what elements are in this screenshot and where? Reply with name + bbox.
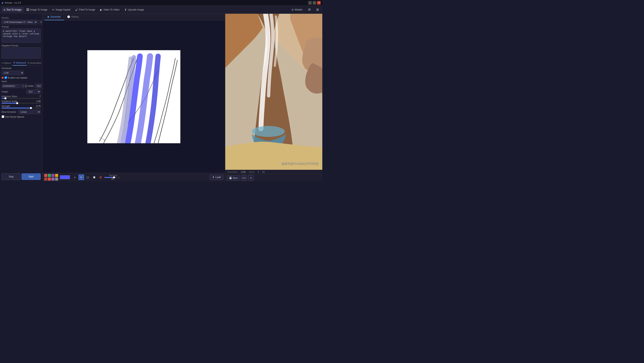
live-update-label: Enable Live Update [8, 77, 27, 79]
scheduler-info-label: Scheduler [228, 171, 238, 173]
live-update-checkbox-label[interactable]: Enable Live Update [4, 76, 27, 79]
nav-image-inpaint[interactable]: ✏ Image Inpaint [50, 7, 72, 12]
nav-video-to-video[interactable]: ▶ Video To Video [98, 7, 122, 12]
model-select[interactable]: LCM Dreamshaper v7 - Olive [2, 20, 38, 24]
code-icon: </> [242, 176, 246, 179]
height-select[interactable]: 512 [26, 89, 41, 94]
start-button[interactable]: Start [22, 173, 41, 180]
color-swatch-gray[interactable] [55, 177, 58, 181]
karras-sigmas-checkbox[interactable] [2, 115, 4, 118]
drawing-canvas[interactable] [87, 50, 180, 143]
text-to-image-icon: ≡ [4, 8, 5, 11]
canvas-container[interactable] [87, 50, 180, 143]
width-select[interactable]: 512 [35, 84, 42, 88]
image-actions: 💾 Save </> ≡ [225, 174, 322, 182]
tool-size-track[interactable] [104, 177, 120, 178]
width-height-row: Width 512 [28, 84, 42, 88]
options-icon: ≡ [2, 62, 3, 64]
options-tabs: ≡ Options ⚙ Advanced ◎ Automation [0, 60, 42, 66]
color-swatch-green[interactable] [48, 174, 51, 177]
beta-schedule-row: Beta Schedule Linear [2, 110, 41, 114]
maximize-button[interactable]: □ [312, 1, 316, 5]
stop-button[interactable]: Stop [2, 173, 21, 180]
scheduler-select[interactable]: LCM [2, 71, 24, 75]
guidance-scale-value: 1.00 [36, 100, 41, 102]
karras-sigmas-row: Use Karras Sigmas [2, 115, 41, 118]
models-button[interactable]: ⧉ Models [290, 7, 304, 12]
title-bar: ◆ Amuse - v1.3.0 ─ □ ✕ [0, 0, 322, 6]
prompt-textarea[interactable]: a waterfall flows down a canyon into a r… [2, 29, 41, 43]
tab-automation[interactable]: ◎ Automation [27, 60, 42, 66]
seed-control-row: ⊣ ⇌ Width 512 [2, 84, 41, 88]
steps-info-value: 7 [258, 171, 259, 173]
guidance-scale-track[interactable] [2, 103, 41, 104]
color-swatch-violet[interactable] [51, 177, 54, 181]
menu-button[interactable]: ≡ [248, 175, 254, 181]
negative-prompt-textarea[interactable] [2, 47, 41, 59]
tab-options[interactable]: ≡ Options [0, 60, 12, 66]
guidance-scale-thumb[interactable] [16, 102, 18, 104]
close-button[interactable]: ✕ [317, 1, 321, 5]
unload-button[interactable]: Unload [38, 20, 42, 24]
height-label: Height [2, 91, 26, 93]
nav-video-to-video-label: Video To Video [103, 8, 120, 11]
seed-input[interactable] [2, 84, 21, 88]
seed-random-button[interactable]: ⇌ [25, 84, 27, 88]
center-panel: ▶ Generate 🕐 History [42, 14, 225, 182]
tool-size-thumb[interactable] [113, 176, 115, 178]
center-tabs: ▶ Generate 🕐 History [42, 14, 225, 21]
live-update-checkbox[interactable] [4, 76, 7, 79]
lasso-tool-button[interactable]: ⌖ [72, 174, 78, 180]
color-swatch-red[interactable] [44, 174, 47, 177]
generated-image-area [225, 14, 322, 170]
eraser-tool-button[interactable]: ◻ [85, 174, 90, 180]
fill-tool-button[interactable]: ⬟ [92, 174, 97, 180]
load-button[interactable]: ⬆ Load [210, 175, 224, 180]
brush-tool-button[interactable]: ✏ [78, 174, 84, 180]
save-button[interactable]: 💾 Save [227, 175, 240, 180]
inference-steps-track[interactable] [2, 98, 41, 99]
inference-steps-thumb[interactable] [4, 97, 6, 99]
tab-advanced-label: Advanced [16, 62, 26, 64]
beta-schedule-select[interactable]: Linear [18, 110, 41, 114]
advanced-icon: ⚙ [13, 61, 15, 64]
nav-bar: ≡ Text To Image 🖼 Image To Image ✏ Image… [0, 6, 322, 14]
grid-button[interactable]: ⊞ [314, 7, 321, 13]
tab-generate[interactable]: ▶ Generate [44, 14, 64, 20]
settings-button[interactable]: ⚙ [306, 7, 312, 13]
strength-track[interactable] [2, 108, 41, 109]
tab-history-label: History [71, 15, 79, 18]
live-indicator [2, 77, 4, 79]
image-inpaint-icon: ✏ [52, 8, 54, 11]
tab-generate-label: Generate [50, 15, 61, 18]
models-label: Models [294, 8, 302, 11]
nav-text-to-image[interactable]: ≡ Text To Image [2, 7, 24, 12]
layers-icon: ⧉ [292, 8, 294, 11]
nav-upscale-image[interactable]: ⬆ Upscale Image [122, 7, 146, 12]
active-color-swatch[interactable] [60, 175, 70, 179]
code-button[interactable]: </> [241, 175, 247, 181]
seed-reset-button[interactable]: ⊣ [22, 84, 24, 88]
color-swatch-orange[interactable] [55, 174, 58, 177]
left-panel: Models LCM Dreamshaper v7 - Olive Unload… [0, 14, 42, 182]
tab-advanced[interactable]: ⚙ Advanced [12, 60, 27, 66]
color-swatch-red2[interactable] [48, 177, 51, 181]
svg-point-3 [252, 126, 285, 137]
minimize-button[interactable]: ─ [308, 1, 312, 5]
brush-icon: ✏ [80, 176, 82, 179]
strength-row: Strength 0.75 [2, 105, 41, 109]
guidance-scale-label: Guidance Scale [2, 100, 36, 102]
color-swatch-darkred[interactable] [44, 177, 47, 181]
upscale-image-icon: ⬆ [124, 8, 127, 11]
negative-prompt-label: Negative Prompt [2, 44, 41, 47]
tab-history[interactable]: 🕐 History [64, 14, 82, 20]
nav-paint-to-image[interactable]: 🖌 Paint To Image [73, 7, 97, 12]
strength-thumb[interactable] [30, 107, 32, 109]
nav-image-to-image[interactable]: 🖼 Image To Image [24, 7, 50, 12]
width-label: Width [28, 85, 34, 87]
paint-to-image-icon: 🖌 [75, 8, 78, 11]
color-swatch-purple[interactable] [51, 174, 54, 177]
canvas-area[interactable] [42, 21, 225, 173]
trash-button[interactable]: 🗑 [98, 174, 104, 180]
tool-size-fill [104, 177, 114, 178]
